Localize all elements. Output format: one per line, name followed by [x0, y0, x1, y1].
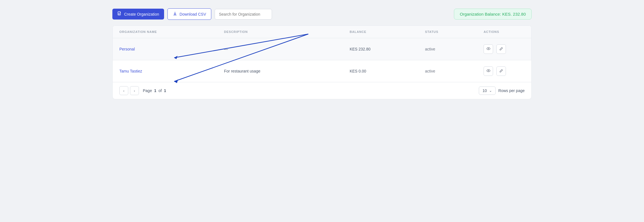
col-header-description: DESCRIPTION: [217, 26, 343, 38]
next-page-button[interactable]: ›: [130, 86, 139, 95]
create-organization-button[interactable]: Create Organization: [112, 9, 164, 20]
balance-badge: Organization Balance: KES. 232.80: [454, 9, 532, 20]
toolbar: Create Organization Download CSV Organiz…: [112, 8, 532, 20]
edit-button[interactable]: [496, 44, 506, 54]
table-header-row: ORGANIZATION NAME DESCRIPTION BALANCE ST…: [113, 26, 531, 38]
col-header-balance: BALANCE: [343, 26, 418, 38]
status-badge: active: [425, 69, 435, 73]
rows-per-page-label: Rows per page: [498, 88, 525, 93]
col-header-status: STATUS: [418, 26, 477, 38]
chevron-down-icon: ⌄: [489, 89, 492, 93]
col-header-actions: ACTIONS: [477, 26, 531, 38]
download-button-label: Download CSV: [179, 12, 206, 16]
pagination-row: ‹ › Page 1 of 1 10 ⌄ Rows per page: [113, 82, 531, 99]
table-row: Tamu Tastiez For restaurant usage KES 0.…: [113, 60, 531, 82]
pagination-right: 10 ⌄ Rows per page: [479, 86, 525, 95]
status-badge: active: [425, 47, 435, 51]
cell-balance: KES 0.00: [343, 60, 418, 82]
cell-description: —: [217, 38, 343, 60]
chevron-left-icon: ‹: [123, 89, 124, 93]
view-button[interactable]: [484, 44, 493, 54]
chevron-right-icon: ›: [134, 89, 135, 93]
pencil-icon: [499, 47, 503, 52]
pagination-left: ‹ › Page 1 of 1: [119, 86, 166, 95]
cell-balance: KES 232.80: [343, 38, 418, 60]
rows-per-page-value: 10: [482, 88, 487, 93]
page-container: Create Organization Download CSV Organiz…: [112, 8, 532, 99]
rows-per-page-select[interactable]: 10 ⌄: [479, 86, 496, 95]
cell-status: active: [418, 38, 477, 60]
cell-actions: [477, 38, 531, 60]
svg-point-13: [488, 70, 489, 71]
view-button[interactable]: [484, 66, 493, 76]
file-plus-icon: [117, 11, 122, 17]
create-button-label: Create Organization: [124, 12, 159, 16]
download-icon: [173, 11, 177, 17]
table-row: Personal — KES 232.80 active: [113, 38, 531, 60]
edit-button[interactable]: [496, 66, 506, 76]
download-csv-button[interactable]: Download CSV: [167, 8, 211, 20]
cell-description: For restaurant usage: [217, 60, 343, 82]
prev-page-button[interactable]: ‹: [119, 86, 128, 95]
org-name-link[interactable]: Tamu Tastiez: [119, 69, 142, 73]
cell-org-name: Tamu Tastiez: [113, 60, 217, 82]
eye-icon: [486, 69, 491, 74]
pencil-icon: [499, 69, 503, 74]
org-name-link[interactable]: Personal: [119, 47, 135, 51]
cell-status: active: [418, 60, 477, 82]
table-card: ORGANIZATION NAME DESCRIPTION BALANCE ST…: [112, 25, 532, 99]
col-header-org-name: ORGANIZATION NAME: [113, 26, 217, 38]
eye-icon: [486, 47, 491, 52]
svg-point-11: [488, 48, 489, 49]
search-input[interactable]: [215, 9, 272, 20]
balance-text: Organization Balance: KES. 232.80: [460, 12, 526, 16]
cell-org-name: Personal: [113, 38, 217, 60]
page-info: Page 1 of 1: [143, 88, 166, 93]
organizations-table: ORGANIZATION NAME DESCRIPTION BALANCE ST…: [113, 26, 531, 82]
cell-actions: [477, 60, 531, 82]
